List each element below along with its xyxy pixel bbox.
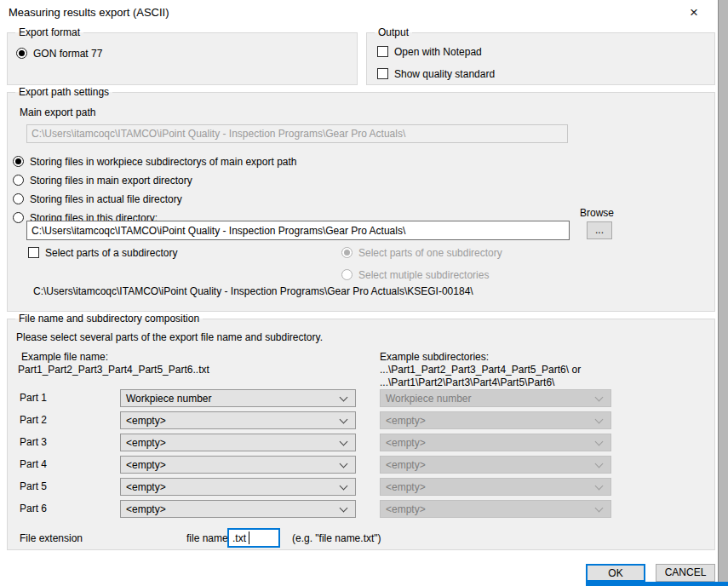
- chevron-down-icon: [595, 416, 604, 424]
- part6-filename-dropdown[interactable]: <empty>: [120, 500, 356, 518]
- directory-path-input[interactable]: [26, 221, 570, 240]
- part3-filename-value: <empty>: [126, 437, 166, 449]
- part4-filename-dropdown[interactable]: <empty>: [120, 456, 356, 474]
- output-group: Output Open with Notepad Show quality st…: [366, 32, 715, 85]
- select-parts-one-subdir-label: Select parts of one subdirectory: [358, 247, 502, 259]
- close-icon[interactable]: ×: [684, 3, 704, 23]
- composition-group: File name and subdirectory composition P…: [7, 319, 715, 550]
- composition-legend: File name and subdirectory composition: [15, 313, 203, 325]
- title-bar: Measuring results export (ASCII) ×: [0, 0, 718, 26]
- chevron-down-icon: [595, 482, 604, 491]
- part5-label: Part 5: [20, 480, 47, 492]
- export-path-settings-legend: Export path settings: [15, 86, 112, 98]
- part2-subdirectory-dropdown: <empty>: [380, 411, 611, 429]
- part6-subdirectory-dropdown: <empty>: [380, 500, 611, 518]
- chevron-down-icon: [595, 460, 604, 468]
- gon-format-radio-label: GON format 77: [33, 48, 102, 60]
- open-with-notepad-label: Open with Notepad: [394, 46, 482, 58]
- part6-label: Part 6: [20, 503, 47, 514]
- chevron-down-icon: [340, 504, 348, 513]
- file-extension-label: File extension: [20, 532, 83, 544]
- part4-subdirectory-value: <empty>: [386, 459, 426, 471]
- storing-actual-file-radio[interactable]: [13, 193, 24, 204]
- open-with-notepad-checkbox[interactable]: [377, 46, 388, 57]
- resulting-path-text: C:\Users\itamcoqc\ITAMCO\iPoint Quality …: [33, 285, 473, 297]
- file-name-prefix-label: file name.: [186, 532, 231, 544]
- select-parts-subdirectory-checkbox[interactable]: [28, 247, 39, 258]
- part1-subdirectory-dropdown: Workpiece number: [380, 389, 611, 407]
- part1-filename-value: Workpiece number: [126, 393, 212, 405]
- part2-filename-value: <empty>: [126, 415, 166, 427]
- browse-button[interactable]: ...: [587, 221, 612, 239]
- part1-subdirectory-value: Workpiece number: [386, 393, 472, 405]
- part4-subdirectory-dropdown: <empty>: [380, 456, 611, 474]
- example-file-name-value: Part1_Part2_Part3_Part4_Part5_Part6..txt: [18, 364, 209, 376]
- storing-workpiece-subdir-label: Storing files in workpiece subdirectorys…: [30, 156, 296, 168]
- storing-actual-file-label: Storing files in actual file directory: [30, 193, 182, 205]
- part4-label: Part 4: [20, 458, 47, 470]
- part1-filename-dropdown[interactable]: Workpiece number: [120, 389, 356, 407]
- storing-this-directory-radio[interactable]: [13, 212, 24, 223]
- dialog-measuring-results-export: Measuring results export (ASCII) × Expor…: [0, 0, 728, 586]
- example-subdirectories-label: Example subdirectories:: [380, 351, 489, 363]
- output-legend: Output: [375, 26, 412, 38]
- part5-filename-value: <empty>: [126, 481, 166, 493]
- background-accent-strip: [586, 582, 728, 586]
- part2-subdirectory-value: <empty>: [386, 415, 426, 427]
- chevron-down-icon: [595, 438, 604, 446]
- chevron-down-icon: [595, 394, 604, 402]
- main-export-path-field: [26, 124, 568, 143]
- example-subdirectories-line1: ...\Part1_Part2_Part3_Part4_Part5_Part6\…: [380, 364, 581, 376]
- main-export-path-label: Main export path: [20, 106, 95, 118]
- part2-filename-dropdown[interactable]: <empty>: [120, 411, 356, 429]
- select-parts-subdirectory-label: Select parts of a subdirectory: [45, 247, 177, 259]
- dialog-title: Measuring results export (ASCII): [9, 6, 169, 19]
- part3-label: Part 3: [20, 436, 47, 448]
- part3-subdirectory-dropdown: <empty>: [380, 434, 611, 451]
- part3-subdirectory-value: <empty>: [386, 437, 426, 449]
- chevron-down-icon: [340, 394, 348, 402]
- chevron-down-icon: [340, 460, 348, 468]
- show-quality-standard-checkbox[interactable]: [377, 68, 388, 79]
- chevron-down-icon: [340, 438, 348, 446]
- storing-main-export-radio[interactable]: [13, 175, 24, 186]
- export-format-legend: Export format: [15, 26, 83, 38]
- cancel-button[interactable]: CANCEL: [656, 564, 715, 582]
- part6-filename-value: <empty>: [126, 503, 166, 515]
- ok-button[interactable]: OK: [586, 564, 645, 582]
- select-multiple-subdir-label: Select mutiple subdirectories: [358, 269, 489, 281]
- chevron-down-icon: [595, 504, 604, 513]
- storing-main-export-label: Storing files in main export directory: [30, 175, 192, 187]
- select-multiple-subdir-radio: [341, 269, 353, 280]
- storing-workpiece-subdir-radio[interactable]: [13, 156, 24, 167]
- export-format-group: Export format GON format 77: [7, 32, 358, 85]
- composition-instruction: Please select several parts of the expor…: [16, 331, 323, 343]
- part5-filename-dropdown[interactable]: <empty>: [120, 478, 356, 496]
- part2-label: Part 2: [20, 414, 47, 426]
- export-path-settings-group: Export path settings Main export path St…: [7, 92, 715, 312]
- part5-subdirectory-value: <empty>: [386, 481, 426, 493]
- extension-input[interactable]: [227, 528, 280, 548]
- part3-filename-dropdown[interactable]: <empty>: [120, 434, 356, 451]
- show-quality-standard-label: Show quality standard: [394, 68, 495, 80]
- text-cursor: [249, 531, 249, 544]
- select-parts-one-subdir-radio: [341, 247, 353, 258]
- browse-label: Browse: [580, 207, 614, 219]
- example-subdirectories-line2: ...\Part1\Part2\Part3\Part4\Part5\Part6\: [380, 376, 554, 388]
- part4-filename-value: <empty>: [126, 459, 166, 471]
- extension-input-wrap: [227, 528, 280, 548]
- chevron-down-icon: [340, 416, 348, 424]
- background-window-edge: [718, 0, 728, 586]
- extension-hint: (e.g. "file name.txt"): [292, 532, 381, 544]
- chevron-down-icon: [340, 482, 348, 491]
- part5-subdirectory-dropdown: <empty>: [380, 478, 611, 496]
- part1-label: Part 1: [20, 392, 47, 404]
- example-file-name-label: Example file name:: [21, 351, 108, 363]
- gon-format-radio[interactable]: [16, 48, 27, 59]
- part6-subdirectory-value: <empty>: [386, 503, 426, 515]
